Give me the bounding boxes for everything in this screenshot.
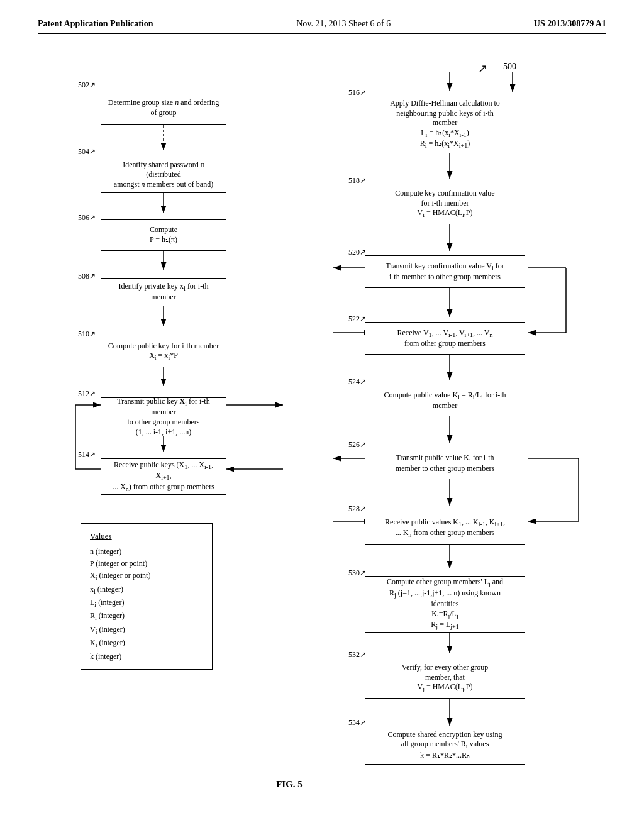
- box-528: Receive public values K1, ... Ki-1, Ki+1…: [365, 512, 525, 545]
- box-526: Transmit public value Ki for i-thmember …: [365, 448, 525, 479]
- box-514: Receive public keys (X1, ... Xi-1, Xi+1,…: [101, 458, 226, 495]
- values-title: Values: [90, 530, 203, 543]
- box-504: Identify shared password π (distributeda…: [101, 157, 226, 193]
- label-502: 502↗: [78, 80, 96, 90]
- label-508: 508↗: [78, 272, 96, 281]
- label-506: 506↗: [78, 213, 96, 223]
- arrow-500: ↗: [478, 62, 487, 75]
- label-528: 528↗: [348, 504, 366, 514]
- page: Patent Application Publication Nov. 21, …: [0, 0, 644, 830]
- label-518: 518↗: [348, 176, 366, 185]
- header-left: Patent Application Publication: [38, 19, 153, 29]
- box-520: Transmit key confirmation value Vi fori-…: [365, 255, 525, 288]
- box-516: Apply Diffie-Hellman calculation toneigh…: [365, 96, 525, 153]
- label-510: 510↗: [78, 329, 96, 339]
- label-532: 532↗: [348, 650, 366, 660]
- label-514: 514↗: [78, 450, 96, 460]
- figure-label: FIG. 5: [252, 779, 327, 790]
- page-header: Patent Application Publication Nov. 21, …: [38, 19, 606, 34]
- box-512: Transmit public key Xi for i-th memberto…: [101, 397, 226, 436]
- box-508: Identify private key xi for i-th member: [101, 278, 226, 306]
- label-526: 526↗: [348, 440, 366, 450]
- values-box: Values n (integer) P (integer or point) …: [80, 523, 213, 670]
- box-518: Compute key confirmation valuefor i-th m…: [365, 184, 525, 224]
- label-534: 534↗: [348, 718, 366, 728]
- box-502: Determine group size n and orderingof gr…: [101, 91, 226, 125]
- box-506: ComputeP = h₁(π): [101, 219, 226, 251]
- box-534: Compute shared encryption key usingall g…: [365, 726, 525, 765]
- box-522: Receive V1, ... Vi-1, Vi+1, ... Vnfrom o…: [365, 322, 525, 355]
- label-522: 522↗: [348, 314, 366, 324]
- box-510: Compute public key for i-th memberXi = x…: [101, 336, 226, 367]
- diagram-area: 500 ↗ 502↗ Determine group size n and or…: [38, 53, 606, 744]
- header-right: US 2013/308779 A1: [534, 19, 606, 29]
- box-524: Compute public value Ki = Ri/Li for i-th…: [365, 385, 525, 416]
- label-512: 512↗: [78, 389, 96, 399]
- values-list: n (integer) P (integer or point) Xi (int…: [90, 546, 203, 663]
- label-504: 504↗: [78, 147, 96, 157]
- box-532: Verify, for every other groupmember, tha…: [365, 658, 525, 699]
- box-530: Compute other group members' Lj andRj (j…: [365, 576, 525, 633]
- header-center: Nov. 21, 2013 Sheet 6 of 6: [296, 19, 391, 29]
- label-524: 524↗: [348, 377, 366, 387]
- label-516: 516↗: [348, 88, 366, 97]
- label-520: 520↗: [348, 248, 366, 257]
- diagram-title: 500: [503, 62, 516, 72]
- label-530: 530↗: [348, 568, 366, 578]
